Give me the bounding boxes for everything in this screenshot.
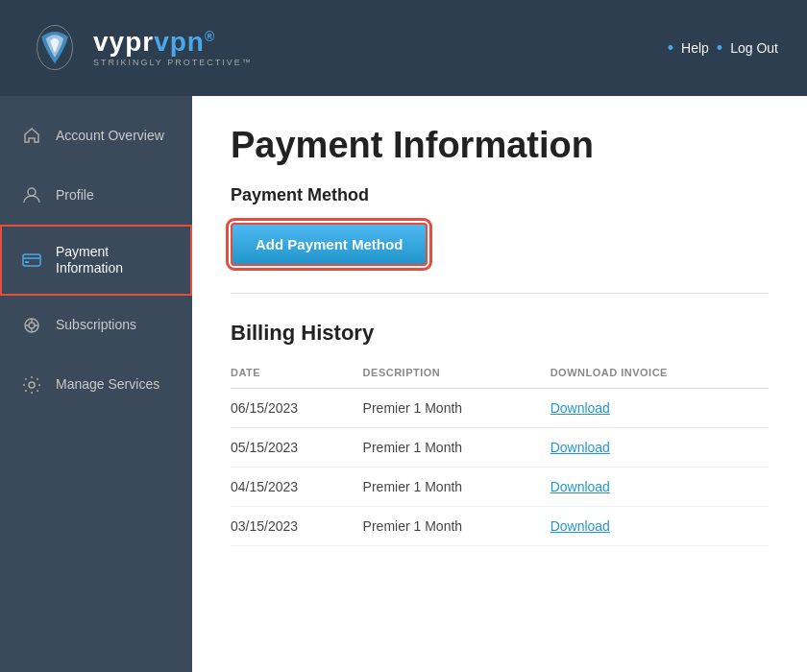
- main-content: Payment Information Payment Method Add P…: [192, 96, 807, 672]
- main-layout: Account Overview Profile Payment Informa…: [0, 96, 807, 672]
- vyprvpn-logo-icon: [29, 19, 82, 77]
- billing-date: 06/15/2023: [231, 389, 363, 428]
- billing-download-cell: Download: [550, 468, 769, 507]
- billing-download-cell: Download: [550, 389, 769, 428]
- gear-icon: [21, 374, 42, 396]
- table-row: 05/15/2023Premier 1 MonthDownload: [231, 428, 769, 468]
- col-header-date: DATE: [231, 361, 363, 389]
- billing-date: 03/15/2023: [231, 507, 363, 546]
- logo-text: vyprvpn® STRIKINGLY PROTECTIVE™: [93, 29, 253, 67]
- logo-area: vyprvpn® STRIKINGLY PROTECTIVE™: [29, 19, 253, 77]
- svg-rect-4: [25, 261, 29, 263]
- billing-description: Premier 1 Month: [363, 507, 550, 546]
- col-header-download-invoice: DOWNLOAD INVOICE: [550, 361, 769, 389]
- billing-history-title: Billing History: [231, 321, 769, 346]
- svg-point-1: [28, 188, 36, 196]
- page-title: Payment Information: [231, 125, 769, 166]
- sidebar-label-subscriptions: Subscriptions: [56, 317, 136, 333]
- sidebar-item-manage-services[interactable]: Manage Services: [0, 355, 192, 415]
- billing-history-table: DATE DESCRIPTION DOWNLOAD INVOICE 06/15/…: [231, 361, 769, 546]
- billing-download-cell: Download: [550, 507, 769, 546]
- brand-name: vyprvpn®: [93, 29, 253, 56]
- sidebar: Account Overview Profile Payment Informa…: [0, 96, 192, 672]
- refresh-icon: [21, 315, 42, 336]
- billing-download-cell: Download: [550, 428, 769, 468]
- logout-link[interactable]: Log Out: [730, 40, 778, 56]
- billing-description: Premier 1 Month: [363, 428, 550, 468]
- sidebar-label-payment-information: Payment Information: [56, 244, 171, 276]
- nav-dot-2: •: [717, 38, 722, 59]
- sidebar-item-subscriptions[interactable]: Subscriptions: [0, 296, 192, 355]
- sidebar-item-account-overview[interactable]: Account Overview: [0, 106, 192, 165]
- payment-method-section-title: Payment Method: [231, 185, 769, 205]
- billing-date: 04/15/2023: [231, 468, 363, 507]
- download-invoice-link[interactable]: Download: [550, 518, 610, 534]
- divider: [231, 293, 769, 294]
- billing-description: Premier 1 Month: [363, 468, 550, 507]
- add-payment-method-button[interactable]: Add Payment Method: [231, 223, 428, 266]
- svg-point-11: [29, 382, 35, 388]
- download-invoice-link[interactable]: Download: [550, 440, 610, 455]
- home-icon: [21, 125, 42, 146]
- sidebar-label-manage-services: Manage Services: [56, 376, 159, 393]
- download-invoice-link[interactable]: Download: [550, 400, 610, 416]
- sidebar-item-payment-information[interactable]: Payment Information: [0, 225, 192, 296]
- billing-date: 05/15/2023: [231, 428, 363, 468]
- download-invoice-link[interactable]: Download: [550, 479, 610, 494]
- credit-card-icon: [21, 250, 42, 271]
- svg-rect-2: [23, 254, 40, 266]
- help-link[interactable]: Help: [681, 40, 709, 56]
- col-header-description: DESCRIPTION: [363, 361, 550, 389]
- user-icon: [21, 184, 42, 205]
- sidebar-label-account-overview: Account Overview: [56, 128, 164, 144]
- svg-point-6: [29, 323, 35, 328]
- table-row: 04/15/2023Premier 1 MonthDownload: [231, 468, 769, 507]
- sidebar-label-profile: Profile: [56, 187, 94, 204]
- header-nav: • Help • Log Out: [668, 38, 778, 59]
- billing-description: Premier 1 Month: [363, 389, 550, 428]
- sidebar-item-profile[interactable]: Profile: [0, 165, 192, 225]
- logo-tagline: STRIKINGLY PROTECTIVE™: [93, 58, 253, 67]
- table-row: 06/15/2023Premier 1 MonthDownload: [231, 389, 769, 428]
- header: vyprvpn® STRIKINGLY PROTECTIVE™ • Help •…: [0, 0, 807, 96]
- table-row: 03/15/2023Premier 1 MonthDownload: [231, 507, 769, 546]
- nav-dot-1: •: [668, 38, 673, 59]
